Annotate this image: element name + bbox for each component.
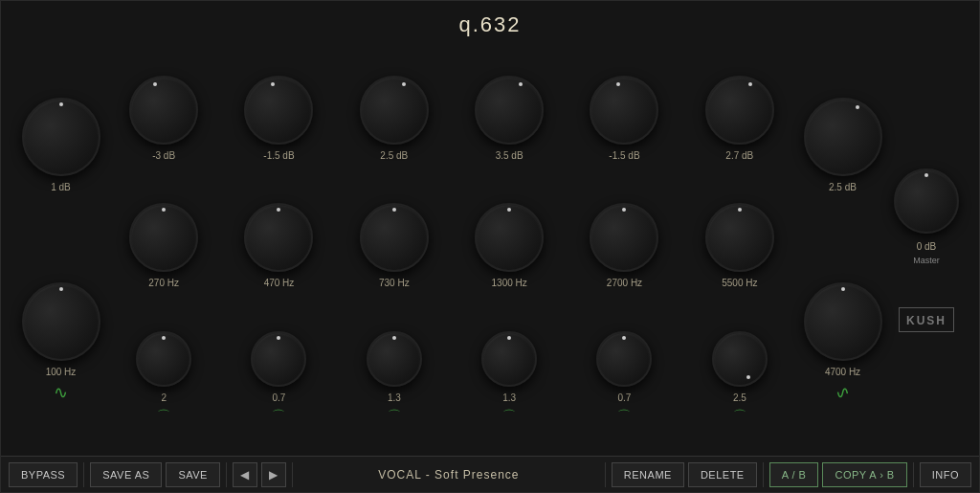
- knob-b6-freq[interactable]: [705, 203, 774, 272]
- wave-hp: ∿: [54, 382, 68, 403]
- save-button[interactable]: SAVE: [166, 462, 220, 487]
- band-hp-freq: 100 Hz ∿: [22, 282, 100, 403]
- knob-b5-gain[interactable]: [590, 76, 658, 145]
- band-2: -1.5 dB 470 Hz 0.7 ⌒: [221, 49, 336, 452]
- eq-area: 1 dB 100 Hz ∿: [1, 45, 979, 456]
- sep-1: [83, 462, 84, 487]
- label-b4-gain: 3.5 dB: [496, 150, 523, 161]
- label-b1-gain: -3 dB: [152, 150, 175, 161]
- delete-button[interactable]: DELETE: [688, 462, 757, 487]
- info-button[interactable]: INFO: [920, 462, 971, 487]
- wave-b6: ⌒: [733, 408, 746, 425]
- label-b5-gain: -1.5 dB: [609, 150, 639, 161]
- sep-2: [226, 462, 227, 487]
- label-b5-freq: 2700 Hz: [607, 278, 642, 288]
- wave-b1: ⌒: [157, 408, 170, 425]
- label-b6-q: 2.5: [733, 392, 746, 403]
- label-b1-freq: 270 Hz: [148, 278, 179, 288]
- sep-5: [763, 462, 764, 487]
- knob-hp-gain[interactable]: [22, 98, 100, 176]
- bypass-button[interactable]: BYPASS: [9, 462, 78, 487]
- label-hp-gain: 1 dB: [51, 182, 71, 192]
- next-button[interactable]: ▶: [261, 462, 286, 487]
- knob-b1-gain[interactable]: [129, 76, 198, 145]
- knob-b3-gain[interactable]: [360, 76, 429, 145]
- label-master-sub: Master: [913, 256, 940, 265]
- knob-b5-freq[interactable]: [590, 203, 658, 272]
- save-as-button[interactable]: SAVE AS: [90, 462, 162, 487]
- label-lp-freq: 4700 Hz: [825, 367, 860, 377]
- wave-b4: ⌒: [502, 408, 516, 425]
- kush-logo: KUSH: [899, 307, 954, 332]
- knob-b2-q[interactable]: [251, 331, 306, 387]
- band-1: -3 dB 270 Hz 2 ⌒: [106, 49, 221, 452]
- label-lp-gain: 2.5 dB: [829, 182, 857, 192]
- preset-name-display: VOCAL - Soft Presence: [299, 468, 599, 482]
- copy-button[interactable]: COPY A › B: [822, 462, 906, 487]
- ab-button[interactable]: A / B: [769, 462, 819, 487]
- label-b3-q: 1.3: [388, 392, 401, 403]
- knob-b6-q[interactable]: [712, 331, 768, 387]
- sep-6: [913, 462, 914, 487]
- knob-lp-gain[interactable]: [804, 98, 882, 176]
- sep-3: [292, 462, 293, 487]
- band-4: 3.5 dB 1300 Hz 1.3 ⌒: [452, 49, 567, 452]
- knob-b4-gain[interactable]: [475, 76, 544, 145]
- knob-b6-gain[interactable]: [705, 76, 774, 145]
- label-b2-freq: 470 Hz: [264, 278, 295, 288]
- label-b5-q: 0.7: [618, 392, 632, 403]
- knob-b5-q[interactable]: [596, 331, 652, 387]
- knob-b3-freq[interactable]: [360, 203, 429, 272]
- knob-b4-freq[interactable]: [475, 203, 544, 272]
- app-container: q.632 1 dB 100 Hz ∿: [0, 0, 980, 493]
- label-master-gain: 0 dB: [917, 241, 937, 252]
- knob-master[interactable]: [894, 168, 959, 234]
- band-3: 2.5 dB 730 Hz 1.3 ⌒: [337, 49, 452, 452]
- label-b2-q: 0.7: [273, 392, 286, 403]
- knob-b2-freq[interactable]: [244, 203, 313, 272]
- knob-b1-freq[interactable]: [129, 203, 198, 272]
- toolbar: BYPASS SAVE AS SAVE ◀ ▶ VOCAL - Soft Pre…: [1, 456, 979, 492]
- sep-4: [605, 462, 606, 487]
- master-section: 0 dB Master KUSH: [888, 45, 965, 456]
- wave-lp: ∿: [835, 382, 850, 403]
- prev-button[interactable]: ◀: [233, 462, 257, 487]
- wave-b5: ⌒: [617, 408, 631, 425]
- band-hp-gain: 1 dB: [22, 98, 100, 192]
- wave-b2: ⌒: [272, 408, 285, 425]
- knob-b4-q[interactable]: [481, 331, 537, 387]
- knob-b2-gain[interactable]: [244, 76, 313, 145]
- label-b6-gain: 2.7 dB: [725, 150, 753, 161]
- label-b4-q: 1.3: [502, 392, 516, 403]
- knob-b3-q[interactable]: [367, 331, 422, 387]
- knob-hp-freq[interactable]: [22, 282, 100, 361]
- label-hp-freq: 100 Hz: [46, 367, 77, 377]
- band-lp: 2.5 dB 4700 Hz ∿: [797, 45, 888, 456]
- label-b4-freq: 1300 Hz: [492, 278, 527, 288]
- label-b2-gain: -1.5 dB: [263, 150, 294, 161]
- knob-lp-freq[interactable]: [804, 282, 882, 361]
- label-b3-freq: 730 Hz: [379, 278, 410, 288]
- label-b1-q: 2: [161, 392, 167, 403]
- label-b6-freq: 5500 Hz: [722, 278, 757, 288]
- band-5: -1.5 dB 2700 Hz 0.7 ⌒: [567, 49, 681, 452]
- knob-b1-q[interactable]: [136, 331, 191, 387]
- wave-b3: ⌒: [388, 408, 401, 425]
- band-6: 2.7 dB 5500 Hz 2.5 ⌒: [682, 49, 797, 452]
- rename-button[interactable]: RENAME: [612, 462, 684, 487]
- label-b3-gain: 2.5 dB: [380, 150, 408, 161]
- plugin-title: q.632: [1, 1, 979, 45]
